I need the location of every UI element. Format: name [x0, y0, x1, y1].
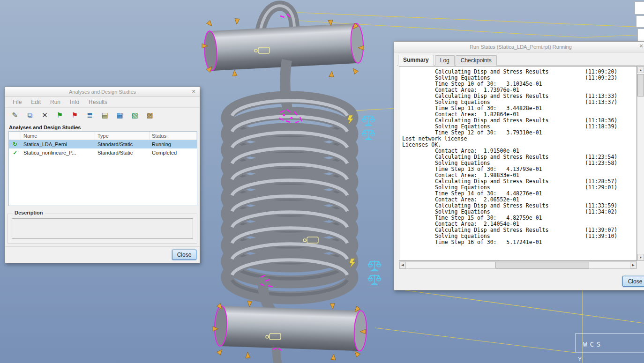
run-status-dialog: Run Status (Statica_LDA_Perni.rpt) Runni…	[394, 41, 644, 290]
log-text: Solving Equations	[399, 208, 490, 215]
log-timestamp: (11:39:10)	[585, 233, 617, 239]
delete-icon[interactable]: ✕	[39, 110, 51, 121]
log-text: Contact Area: 1.91500e-01	[399, 148, 519, 154]
description-field[interactable]	[12, 218, 193, 239]
running-icon: ↻	[9, 140, 21, 148]
log-text: Contact Area: 2.14054e-01	[399, 221, 519, 227]
tab-checkpoints[interactable]: Checkpoints	[456, 55, 497, 66]
copy-icon[interactable]: ⧉	[24, 110, 36, 121]
vertical-scrollbar[interactable]: ▲ ▼	[637, 66, 644, 261]
log-area[interactable]: Calculating Disp and Stress Results(11:0…	[399, 66, 637, 261]
edit-icon[interactable]: ✎	[9, 110, 21, 121]
application-window: WCS Y Analyses and Design Studies × File…	[0, 0, 644, 363]
delete-results-icon[interactable]: ▩	[144, 110, 156, 121]
log-timestamp: (11:18:39)	[585, 124, 617, 130]
col-type[interactable]: Type	[95, 132, 150, 140]
log-text: Solving Equations	[399, 123, 490, 130]
study-table: Name Type Status ↻Statica_LDA_PerniStand…	[8, 131, 197, 206]
menu-file[interactable]: File	[13, 99, 22, 105]
log-text: Time Step 15 of 30: 4.82759e-01	[399, 215, 542, 221]
log-text: Solving Equations	[399, 160, 490, 166]
menu-bar: FileEditRunInfoResults	[5, 96, 200, 108]
analyses-dialog-title: Analyses and Design Studies	[69, 89, 136, 95]
log-timestamp: (11:29:01)	[585, 185, 617, 191]
log-text: Time Step 16 of 30: 5.17241e-01	[399, 239, 542, 245]
log-text: Contact Area: 2.06552e-01	[399, 196, 519, 203]
log-text: Licenses OK.	[399, 141, 441, 148]
log-text: Time Step 12 of 30: 3.79310e-01	[399, 129, 542, 136]
log-text: Time Step 14 of 30: 4.48276e-01	[399, 190, 542, 197]
tab-log[interactable]: Log	[435, 55, 455, 66]
log-text: Contact Area: 1.73976e-01	[399, 87, 519, 93]
close-icon[interactable]: ×	[637, 42, 644, 50]
col-status[interactable]: Status	[150, 132, 197, 140]
log-text: Time Step 11 of 30: 3.44828e-01	[399, 105, 542, 111]
log-timestamp: (11:23:58)	[585, 160, 617, 166]
menu-results[interactable]: Results	[89, 99, 107, 105]
study-name: Statica_LDA_Perni	[21, 140, 95, 148]
result-window-icon[interactable]: ▦	[114, 110, 126, 121]
log-text: Solving Equations	[399, 99, 490, 105]
toolbar: ✎⧉✕⚑⚑≣▤▦▧▩	[5, 108, 200, 123]
divider	[5, 246, 200, 247]
study-table-body: ↻Statica_LDA_PerniStandard/StaticRunning…	[9, 140, 197, 157]
section-label: Analyses and Design Studies	[9, 125, 81, 130]
scroll-down-icon[interactable]: ▼	[637, 254, 644, 260]
log-text: Time Step 10 of 30: 3.10345e-01	[399, 81, 542, 87]
tab-strip: SummaryLogCheckpoints	[397, 53, 644, 66]
log-text: Time Step 13 of 30: 4.13793e-01	[399, 166, 542, 172]
log-timestamp: (11:09:23)	[585, 75, 617, 81]
description-group	[7, 214, 197, 244]
study-status: Completed	[150, 148, 197, 157]
display-study-status-icon[interactable]: ≣	[84, 110, 96, 121]
horizontal-scrollbar[interactable]: ◀ ▶	[399, 261, 637, 269]
log-text: Contact Area: 1.82864e-01	[399, 111, 519, 118]
scroll-right-icon[interactable]: ▶	[630, 262, 637, 268]
analyses-close-button[interactable]: Close	[172, 250, 196, 260]
menu-info[interactable]: Info	[70, 99, 79, 105]
clipped-panel-fragment	[635, 1, 644, 15]
study-type: Standard/Static	[95, 140, 150, 148]
log-text: Solving Equations	[399, 184, 490, 191]
run-status-title: Run Status (Statica_LDA_Perni.rpt) Runni…	[470, 44, 572, 50]
log-text: Calculating Disp and Stress Results	[399, 68, 548, 75]
log-text: Calculating Disp and Stress Results	[399, 154, 548, 160]
clipped-panel-fragment	[636, 15, 644, 28]
analyses-dialog: Analyses and Design Studies × FileEditRu…	[5, 87, 200, 263]
coil-spring[interactable]	[227, 97, 352, 298]
wcs-label: WCS	[583, 341, 603, 348]
start-run-icon[interactable]: ⚑	[54, 110, 66, 121]
horizontal-scroll-thumb[interactable]	[495, 262, 589, 268]
analyses-dialog-titlebar[interactable]: Analyses and Design Studies ×	[5, 87, 200, 97]
study-type: Standard/Static	[95, 148, 150, 157]
export-results-icon[interactable]: ▧	[129, 110, 141, 121]
display-report-icon[interactable]: ▤	[99, 110, 111, 121]
bottom-pin-cylinder[interactable]	[214, 306, 367, 351]
study-table-header: Name Type Status	[9, 132, 197, 140]
run-status-titlebar[interactable]: Run Status (Statica_LDA_Perni.rpt) Runni…	[394, 42, 644, 52]
col-name[interactable]: Name	[21, 132, 95, 140]
log-timestamp: (11:13:37)	[585, 99, 617, 105]
menu-run[interactable]: Run	[50, 99, 60, 105]
log-text: Lost network license	[399, 135, 467, 142]
run-status-close-button[interactable]: Close	[622, 276, 644, 287]
vertical-scroll-thumb[interactable]	[637, 74, 644, 96]
study-status: Running	[150, 140, 197, 148]
menu-edit[interactable]: Edit	[31, 99, 41, 105]
log-text: Contact Area: 1.98833e-01	[399, 172, 519, 178]
bottom-stub-tube	[276, 348, 277, 363]
scroll-left-icon[interactable]: ◀	[399, 262, 406, 268]
close-icon[interactable]: ×	[190, 88, 197, 95]
log-timestamp: (11:34:02)	[585, 209, 617, 215]
tab-summary[interactable]: Summary	[398, 55, 434, 66]
log-text: Solving Equations	[399, 233, 490, 239]
completed-icon: ✓	[9, 148, 21, 157]
log-text: Solving Equations	[399, 74, 490, 81]
log-text: Calculating Disp and Stress Results	[399, 93, 548, 99]
scroll-up-icon[interactable]: ▲	[637, 67, 644, 73]
log-text: Calculating Disp and Stress Results	[399, 117, 548, 124]
study-row-Statica_LDA_Perni[interactable]: ↻Statica_LDA_PerniStandard/StaticRunning	[9, 140, 197, 148]
stop-run-icon[interactable]: ⚑	[69, 110, 81, 121]
study-row-Statica_nonlineare_P...[interactable]: ✓Statica_nonlineare_P...Standard/StaticC…	[9, 148, 197, 157]
log-line: Time Step 16 of 30: 5.17241e-01	[399, 239, 637, 245]
